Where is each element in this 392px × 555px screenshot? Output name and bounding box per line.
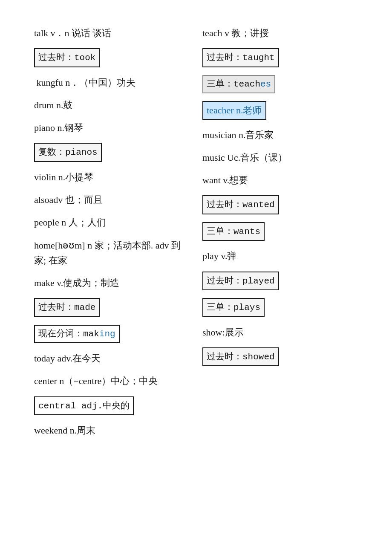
- entry-pianos-word: pianos: [65, 147, 98, 157]
- left-column: talk v．n 说话 谈话 过去时：took kungfu n．（中国）功夫 …: [34, 26, 190, 440]
- entry-teacher-box: teacher n.老师: [202, 101, 266, 119]
- entry-teaches-box: 三单：teaches: [202, 75, 275, 94]
- entry-played-label: 过去时：: [207, 275, 242, 286]
- entry-taught-word: taught: [242, 53, 275, 63]
- entry-took-label: 过去时：: [38, 52, 74, 62]
- entry-today: today adv.在今天: [34, 351, 190, 366]
- entry-teaches-label: 三单：: [207, 79, 233, 89]
- entry-took: 过去时：took: [34, 48, 190, 67]
- entry-musician: musician n.音乐家: [202, 127, 358, 142]
- entry-center: center n（=centre）中心；中央: [34, 373, 190, 388]
- entry-wants: 三单：wants: [202, 222, 358, 241]
- entry-want-text: want v.想要: [202, 175, 248, 185]
- entry-making-label: 现在分词：: [38, 329, 83, 339]
- entry-making-box: 现在分词：making: [34, 325, 120, 344]
- entry-center-text: center n（=centre）中心；中央: [34, 376, 158, 386]
- entry-pianos-label: 复数：: [38, 147, 65, 157]
- entry-drum: drum n.鼓: [34, 98, 190, 113]
- entry-piano-text: piano n.钢琴: [34, 122, 83, 133]
- entry-musician-text: musician n.音乐家: [202, 130, 274, 140]
- entry-pianos-box: 复数：pianos: [34, 143, 102, 162]
- entry-made-word: made: [74, 303, 95, 312]
- entry-also: alsoadv 也；而且: [34, 192, 190, 207]
- right-column: teach v 教；讲授 过去时：taught 三单：teaches teach…: [202, 26, 358, 440]
- entry-make: make v.使成为；制造: [34, 275, 190, 290]
- entry-took-word: took: [74, 53, 95, 63]
- entry-wants-label: 三单：: [207, 226, 233, 236]
- entry-played: 过去时：played: [202, 272, 358, 291]
- entry-violin-text: violin n.小提琴: [34, 172, 93, 182]
- entry-home-text: home[həʊm] n 家；活动本部. adv 到家; 在家: [34, 240, 181, 266]
- entry-teach-text: teach v 教；讲授: [202, 28, 269, 38]
- entry-made-box: 过去时：made: [34, 298, 100, 317]
- entry-plays-box: 三单：plays: [202, 298, 265, 317]
- entry-pianos: 复数：pianos: [34, 143, 190, 162]
- entry-central-box: central adj.中央的: [34, 396, 134, 416]
- entry-plays-label: 三单：: [207, 302, 233, 312]
- entry-wanted-word: wanted: [242, 200, 275, 210]
- entry-make-text: make v.使成为；制造: [34, 278, 119, 288]
- entry-played-word: played: [242, 276, 275, 286]
- entry-teach: teach v 教；讲授: [202, 26, 358, 40]
- entry-talk: talk v．n 说话 谈话: [34, 26, 190, 40]
- entry-people: people n 人；人们: [34, 215, 190, 230]
- entry-music: music Uc.音乐（课）: [202, 150, 358, 165]
- entry-play: play v.弹: [202, 249, 358, 263]
- entry-wanted: 过去时：wanted: [202, 195, 358, 214]
- entry-teaches-suffix: es: [260, 79, 271, 89]
- entry-wanted-label: 过去时：: [207, 199, 242, 209]
- entry-showed-box: 过去时：showed: [202, 347, 279, 367]
- entry-took-box: 过去时：took: [34, 48, 100, 67]
- entry-also-text: alsoadv 也；而且: [34, 194, 103, 205]
- entry-kungfu-text: kungfu n．（中国）功夫: [34, 77, 135, 88]
- entry-taught-box: 过去时：taught: [202, 48, 279, 67]
- entry-teacher: teacher n.老师: [202, 101, 358, 119]
- entry-teacher-text: teacher n.老师: [207, 105, 262, 116]
- entry-showed-word: showed: [242, 352, 275, 362]
- entry-people-text: people n 人；人们: [34, 217, 106, 228]
- entry-today-text: today adv.在今天: [34, 353, 101, 364]
- entry-showed-label: 过去时：: [207, 351, 242, 361]
- entry-made: 过去时：made: [34, 298, 190, 317]
- entry-weekend-text: weekend n.周末: [34, 425, 95, 436]
- entry-wants-box: 三单：wants: [202, 222, 265, 241]
- entry-plays-word: plays: [233, 303, 260, 312]
- entry-taught-label: 过去时：: [207, 52, 242, 62]
- entry-weekend: weekend n.周末: [34, 423, 190, 438]
- entry-play-text: play v.弹: [202, 251, 236, 261]
- entry-central: central adj.中央的: [34, 396, 190, 416]
- entry-show: show:展示: [202, 325, 358, 340]
- entry-music-text: music Uc.音乐（课）: [202, 152, 287, 163]
- entry-home: home[həʊm] n 家；活动本部. adv 到家; 在家: [34, 238, 190, 268]
- entry-central-text: central adj.中央的: [38, 401, 130, 411]
- entry-teaches-prefix: teach: [233, 79, 260, 89]
- entry-drum-text: drum n.鼓: [34, 100, 72, 110]
- entry-talk-text: talk v．n 说话 谈话: [34, 28, 112, 38]
- entry-show-text: show:展示: [202, 327, 244, 338]
- main-content: talk v．n 说话 谈话 过去时：took kungfu n．（中国）功夫 …: [34, 26, 358, 440]
- entry-plays: 三单：plays: [202, 298, 358, 317]
- entry-showed: 过去时：showed: [202, 347, 358, 367]
- entry-making-prefix: mak: [83, 329, 99, 339]
- entry-piano: piano n.钢琴: [34, 120, 190, 135]
- entry-wanted-box: 过去时：wanted: [202, 195, 279, 214]
- entry-violin: violin n.小提琴: [34, 170, 190, 185]
- entry-wants-word: wants: [233, 227, 260, 237]
- entry-making: 现在分词：making: [34, 325, 190, 344]
- entry-want: want v.想要: [202, 173, 358, 188]
- entry-taught: 过去时：taught: [202, 48, 358, 67]
- entry-teaches: 三单：teaches: [202, 75, 358, 94]
- entry-kungfu: kungfu n．（中国）功夫: [34, 75, 190, 90]
- entry-making-suffix: ing: [99, 329, 115, 339]
- entry-made-label: 过去时：: [38, 302, 74, 312]
- entry-played-box: 过去时：played: [202, 272, 279, 291]
